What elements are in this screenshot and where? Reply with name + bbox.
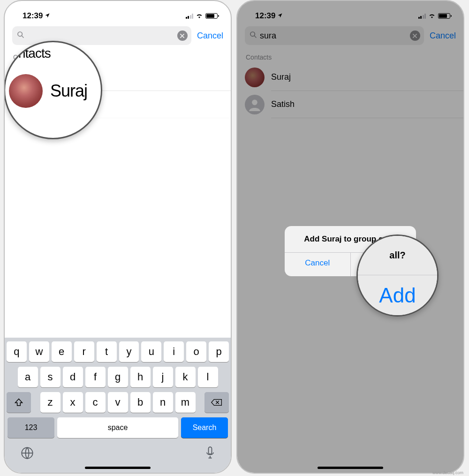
key-w[interactable]: w — [29, 341, 49, 362]
phone-left: 12:39 — [4, 0, 232, 474]
key-g[interactable]: g — [108, 367, 128, 387]
key-l[interactable]: l — [198, 367, 218, 387]
key-h[interactable]: h — [130, 367, 151, 387]
shift-key[interactable] — [7, 392, 31, 413]
home-indicator[interactable] — [318, 467, 383, 469]
svg-rect-4 — [209, 447, 212, 454]
key-v[interactable]: v — [108, 392, 128, 413]
key-r[interactable]: r — [74, 341, 94, 362]
magnify-lens: all? Add — [356, 234, 439, 317]
location-icon — [45, 11, 50, 21]
clear-search-icon[interactable] — [177, 30, 188, 41]
signal-icon — [186, 14, 194, 19]
watermark: www.deuaq.com — [432, 470, 463, 475]
alert-cancel-button[interactable]: Cancel — [285, 253, 350, 276]
key-b[interactable]: b — [130, 392, 151, 413]
phone-right: 12:39 — [236, 0, 464, 474]
key-f[interactable]: f — [85, 367, 106, 387]
magnified-avatar — [9, 74, 43, 108]
key-o[interactable]: o — [186, 341, 206, 362]
search-icon — [17, 31, 24, 40]
status-time: 12:39 — [23, 11, 43, 21]
key-q[interactable]: q — [7, 341, 27, 362]
magnify-lens: ntacts Suraj — [4, 41, 102, 139]
magnified-name: Suraj — [50, 81, 87, 101]
key-k[interactable]: k — [175, 367, 196, 387]
key-t[interactable]: t — [97, 341, 117, 362]
key-m[interactable]: m — [175, 392, 196, 413]
search-box[interactable] — [12, 26, 191, 45]
space-key[interactable]: space — [57, 417, 178, 438]
search-input[interactable] — [27, 31, 174, 41]
key-y[interactable]: y — [119, 341, 139, 362]
key-i[interactable]: i — [164, 341, 184, 362]
key-u[interactable]: u — [141, 341, 161, 362]
key-x[interactable]: x — [63, 392, 83, 413]
mic-icon[interactable] — [205, 446, 215, 461]
key-z[interactable]: z — [40, 392, 61, 413]
key-j[interactable]: j — [153, 367, 173, 387]
keyboard: qwertyuiop asdfghjkl zxcvbnm 123 space S… — [5, 338, 231, 473]
numbers-key[interactable]: 123 — [8, 417, 54, 438]
key-d[interactable]: d — [63, 367, 83, 387]
key-c[interactable]: c — [85, 392, 106, 413]
key-s[interactable]: s — [40, 367, 61, 387]
cancel-search-button[interactable]: Cancel — [197, 31, 223, 41]
svg-line-1 — [22, 36, 23, 38]
key-a[interactable]: a — [18, 367, 38, 387]
keyboard-search-button[interactable]: Search — [181, 417, 228, 438]
wifi-icon — [196, 11, 203, 21]
key-n[interactable]: n — [153, 392, 173, 413]
backspace-key[interactable] — [204, 392, 229, 413]
key-e[interactable]: e — [52, 341, 72, 362]
status-bar: 12:39 — [5, 1, 231, 22]
key-p[interactable]: p — [209, 341, 229, 362]
globe-icon[interactable] — [21, 446, 34, 461]
home-indicator[interactable] — [85, 467, 151, 469]
battery-icon — [205, 13, 218, 19]
